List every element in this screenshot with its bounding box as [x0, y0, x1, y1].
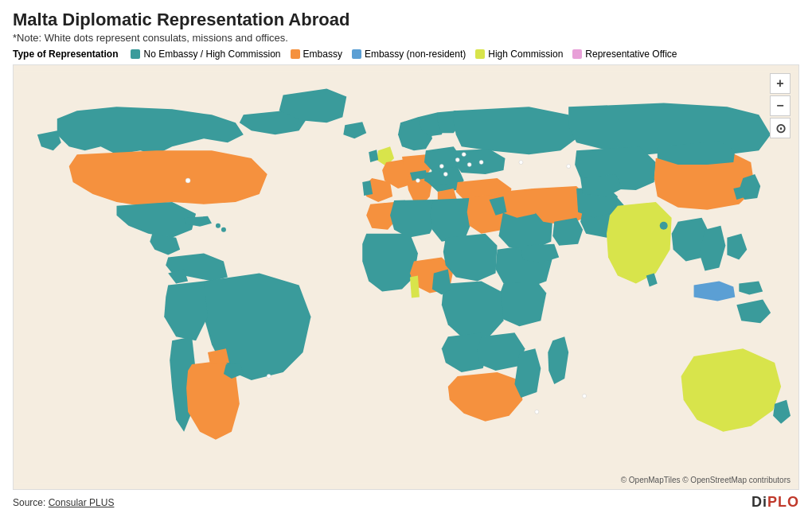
legend-color-representative-office — [572, 49, 582, 59]
page-title: Malta Diplomatic Representation Abroad — [13, 10, 799, 30]
zoom-in-button[interactable]: + — [770, 73, 791, 94]
bangladesh — [660, 222, 668, 230]
legend-item-embassy-nonresident: Embassy (non-resident) — [352, 49, 466, 60]
map-attribution: © OpenMapTiles © OpenStreetMap contribut… — [621, 476, 791, 484]
legend-title: Type of Representation — [13, 49, 118, 60]
consulate-eu-4 — [479, 161, 483, 165]
consulate-eu-6 — [462, 153, 466, 157]
consulate-eu-3 — [467, 163, 471, 167]
legend-item-no-embassy: No Embassy / High Commission — [131, 49, 280, 60]
footer: Source: Consular PLUS DiPLO — [13, 494, 799, 511]
caribbean-2 — [221, 227, 226, 232]
legend-color-embassy-nonresident — [352, 49, 361, 59]
legend-color-no-embassy — [131, 49, 140, 59]
consulate-usa-1 — [185, 178, 190, 183]
russia-west — [454, 107, 576, 154]
diplo-logo: DiPLO — [751, 494, 799, 511]
legend-label-no-embassy: No Embassy / High Commission — [143, 49, 280, 60]
legend-item-representative-office: Representative Office — [572, 49, 677, 60]
diplo-plo: PLO — [767, 494, 799, 510]
caribbean-1 — [216, 224, 221, 228]
consulate-eu-2 — [455, 158, 459, 162]
zoom-reset-button[interactable]: ⊙ — [770, 118, 791, 138]
map-container: + − ⊙ © OpenMapTiles © OpenStreetMap con… — [13, 64, 799, 490]
page-subtitle: *Note: White dots represent consulats, m… — [13, 32, 799, 44]
togo — [410, 276, 420, 298]
uae — [552, 218, 583, 246]
zoom-controls: + − ⊙ — [770, 73, 791, 138]
consulate-pac-1 — [583, 394, 587, 398]
legend-item-embassy: Embassy — [291, 49, 342, 60]
consulate-af-1 — [535, 410, 539, 414]
consulate-sa-1 — [267, 375, 271, 379]
legend-item-high-commission: High Commission — [475, 49, 563, 60]
consulate-eu-5 — [443, 173, 447, 177]
consulate-ca-1 — [567, 165, 571, 169]
legend-label-embassy-nonresident: Embassy (non-resident) — [365, 49, 466, 60]
consulate-me-1 — [519, 161, 523, 165]
source-text: Source: Consular PLUS — [13, 497, 114, 508]
legend-color-embassy — [291, 49, 300, 59]
legend-label-high-commission: High Commission — [488, 49, 563, 60]
legend-label-representative-office: Representative Office — [585, 49, 677, 60]
diplo-di: Di — [751, 494, 767, 510]
source-link[interactable]: Consular PLUS — [49, 497, 115, 508]
kenya — [498, 281, 547, 326]
consulate-eu-1 — [439, 165, 443, 169]
world-map — [14, 65, 798, 489]
legend-color-high-commission — [475, 49, 485, 59]
compass-icon: ⊙ — [775, 121, 786, 136]
legend: Type of Representation No Embassy / High… — [13, 49, 799, 60]
consulate-eu-7 — [416, 179, 420, 183]
zoom-out-button[interactable]: − — [770, 95, 791, 116]
legend-label-embassy: Embassy — [303, 49, 342, 60]
source-label: Source: — [13, 497, 49, 508]
